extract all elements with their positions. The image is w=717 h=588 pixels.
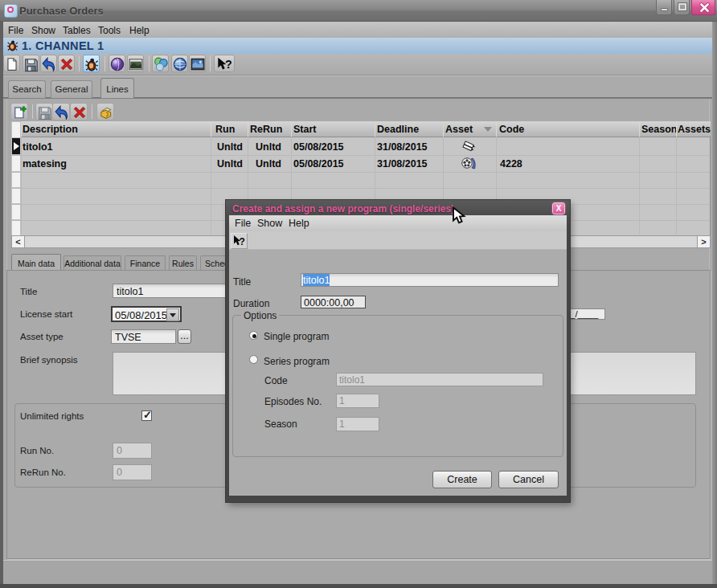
svg-text:?: ? bbox=[225, 59, 232, 71]
svg-text:?: ? bbox=[240, 236, 245, 247]
